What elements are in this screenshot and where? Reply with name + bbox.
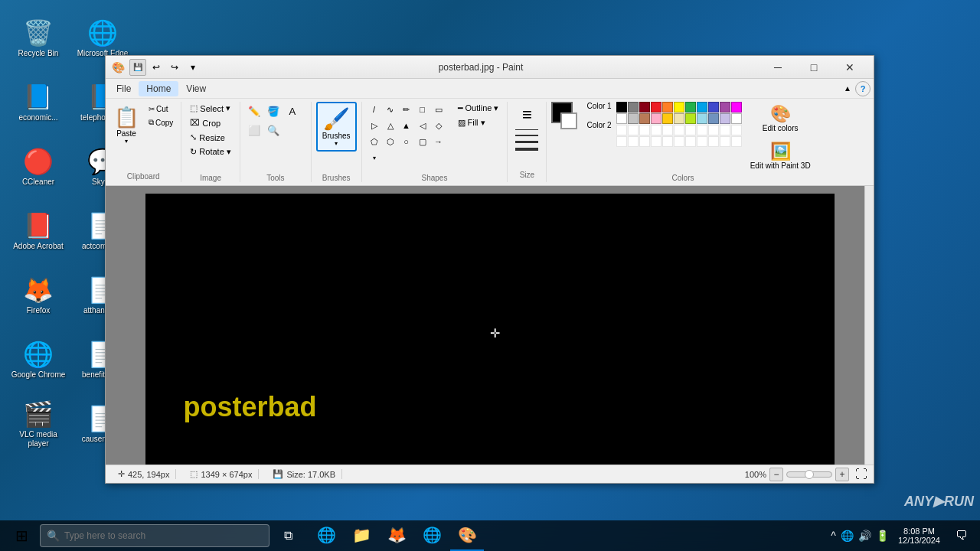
shape-diamond[interactable]: ◇ — [431, 118, 446, 133]
swatch-custom10[interactable] — [720, 125, 730, 135]
swatch-custom13[interactable] — [628, 136, 639, 147]
size-line-1[interactable] — [515, 129, 538, 130]
swatch-lime[interactable] — [685, 113, 696, 124]
swatch-cream[interactable] — [674, 113, 684, 124]
swatch-custom4[interactable] — [651, 125, 662, 135]
swatch-custom2[interactable] — [628, 125, 639, 135]
shape-tri3[interactable]: ◁ — [415, 118, 430, 133]
shape-curve[interactable]: ∿ — [383, 102, 398, 117]
help-button[interactable]: ? — [855, 81, 871, 96]
notification-button[interactable]: 🗨 — [949, 520, 974, 551]
swatch-custom6[interactable] — [674, 125, 684, 135]
volume-icon[interactable]: 🔊 — [858, 530, 871, 542]
size-line-2[interactable] — [515, 135, 538, 136]
swatch-orange[interactable] — [662, 102, 673, 112]
taskbar-chrome[interactable]: 🌐 — [415, 520, 449, 551]
swatch-red[interactable] — [651, 102, 662, 112]
swatch-custom9[interactable] — [708, 125, 719, 135]
taskbar-paint[interactable]: 🎨 — [450, 520, 484, 551]
size-icon[interactable]: ≡ — [522, 105, 532, 125]
edit-colors-button[interactable]: 🎨 Edit colors — [759, 102, 802, 135]
crop-button[interactable]: ⌧ Crop — [186, 116, 234, 129]
desktop-icon-firefox[interactable]: 🦊 Firefox — [8, 265, 69, 326]
swatch-purple[interactable] — [720, 102, 730, 112]
paste-button[interactable]: 📋 Paste ▾ — [110, 103, 142, 147]
fit-to-window-button[interactable]: ⛶ — [855, 468, 867, 481]
taskbar-edge[interactable]: 🌐 — [309, 520, 343, 551]
fill-tool[interactable]: 🪣 — [264, 102, 283, 120]
zoom-slider[interactable] — [786, 471, 832, 478]
search-input[interactable] — [64, 530, 263, 541]
redo-button[interactable]: ↪ — [166, 59, 183, 76]
swatch-gold[interactable] — [662, 113, 673, 124]
swatch-custom8[interactable] — [697, 125, 707, 135]
desktop-icon-word1[interactable]: 📘 economic... — [8, 72, 69, 133]
shape-arrow[interactable]: → — [431, 134, 446, 149]
shape-tri2[interactable]: ▲ — [399, 118, 414, 133]
quick-save-button[interactable]: 💾 — [129, 59, 146, 76]
shape-tri1[interactable]: △ — [383, 118, 398, 133]
desktop-icon-chrome[interactable]: 🌐 Google Chrome — [8, 329, 69, 390]
canvas[interactable]: posterbad ✛ — [145, 194, 835, 465]
shape-down[interactable]: ▾ — [367, 150, 382, 165]
swatch-custom22[interactable] — [731, 136, 742, 147]
swatch-custom5[interactable] — [662, 125, 673, 135]
menu-view[interactable]: View — [178, 81, 214, 96]
swatch-gray[interactable] — [628, 102, 639, 112]
taskbar-explorer[interactable]: 📁 — [345, 520, 378, 551]
maximize-button[interactable]: □ — [796, 56, 831, 79]
swatch-lavender[interactable] — [720, 113, 730, 124]
desktop-icon-recycle-bin[interactable]: 🗑️ Recycle Bin — [8, 8, 69, 69]
minimize-button[interactable]: ─ — [760, 56, 795, 79]
shape-pent[interactable]: ⬠ — [367, 134, 382, 149]
swatch-magenta[interactable] — [731, 102, 742, 112]
swatch-custom16[interactable] — [662, 136, 673, 147]
cut-button[interactable]: ✂ Cut — [145, 103, 176, 115]
swatch-lightblue[interactable] — [697, 113, 707, 124]
shape-rect[interactable]: □ — [415, 102, 430, 117]
swatch-custom3[interactable] — [639, 125, 650, 135]
zoom-in-button[interactable]: + — [835, 468, 849, 481]
fill-button[interactable]: ▨ Fill ▾ — [454, 116, 503, 129]
swatch-steelblue[interactable] — [708, 113, 719, 124]
copy-button[interactable]: ⧉ Copy — [145, 116, 176, 129]
task-view-button[interactable]: ⧉ — [273, 520, 303, 551]
edit-paint3d-button[interactable]: 🖼️ Edit with Paint 3D — [746, 139, 815, 172]
swatch-yellow[interactable] — [674, 102, 684, 112]
ribbon-collapse-button[interactable]: ▲ — [840, 81, 855, 96]
outline-button[interactable]: ━ Outline ▾ — [454, 102, 503, 115]
shape-hex[interactable]: ⬡ — [383, 134, 398, 149]
shape-freeform[interactable]: ✏ — [399, 102, 414, 117]
shape-ellipse[interactable]: ○ — [399, 134, 414, 149]
taskbar-firefox[interactable]: 🦊 — [380, 520, 413, 551]
swatch-green[interactable] — [685, 102, 696, 112]
shape-round-rect[interactable]: ▢ — [415, 134, 430, 149]
swatch-darkred[interactable] — [639, 102, 650, 112]
resize-button[interactable]: ⤡ Resize — [186, 131, 234, 144]
shape-line[interactable]: / — [367, 102, 382, 117]
close-button[interactable]: ✕ — [832, 56, 867, 79]
canvas-container[interactable]: posterbad ✛ — [106, 186, 874, 465]
brushes-button[interactable]: 🖌️ Brushes ▾ — [316, 102, 357, 152]
swatch-white[interactable] — [616, 113, 627, 124]
text-tool[interactable]: A — [283, 102, 302, 120]
swatch-custom12[interactable] — [616, 136, 627, 147]
size-line-4[interactable] — [515, 148, 538, 151]
vertical-scrollbar[interactable] — [864, 186, 874, 465]
swatch-blue[interactable] — [708, 102, 719, 112]
swatch-pink[interactable] — [651, 113, 662, 124]
tray-arrow-icon[interactable]: ^ — [831, 530, 836, 542]
swatch-cyan[interactable] — [697, 102, 707, 112]
swatch-custom7[interactable] — [685, 125, 696, 135]
swatch-custom14[interactable] — [639, 136, 650, 147]
color-picker-tool[interactable]: 🔍 — [264, 121, 283, 139]
swatch-lightgray[interactable] — [628, 113, 639, 124]
swatch-custom21[interactable] — [720, 136, 730, 147]
swatch-custom15[interactable] — [651, 136, 662, 147]
pencil-tool[interactable]: ✏️ — [245, 102, 263, 120]
menu-file[interactable]: File — [109, 81, 139, 96]
search-bar[interactable]: 🔍 — [40, 524, 270, 547]
select-button[interactable]: ⬚ Select ▾ — [186, 102, 234, 115]
clock-display[interactable]: 8:08 PM 12/13/2024 — [892, 527, 946, 545]
swatch-custom1[interactable] — [616, 125, 627, 135]
